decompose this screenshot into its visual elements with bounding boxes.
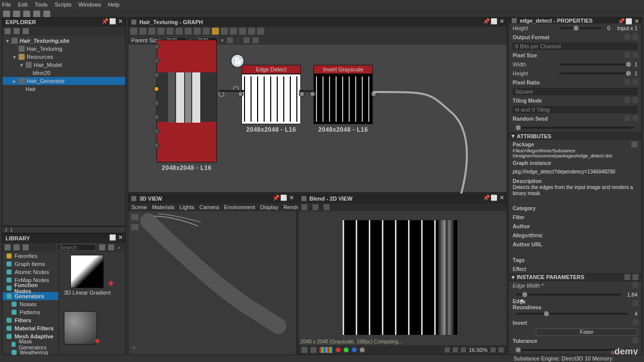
lib-cat-favorites[interactable]: Favorites <box>3 252 58 260</box>
expose-icon[interactable] <box>632 52 638 58</box>
tool-pointer-icon[interactable] <box>130 28 137 35</box>
search-input[interactable] <box>57 244 96 251</box>
tool-fit-icon[interactable] <box>176 28 183 35</box>
crosshair-icon[interactable] <box>445 347 450 352</box>
a-channel-icon[interactable] <box>360 347 365 352</box>
sparkle-icon[interactable] <box>108 244 114 250</box>
node-edge-detect[interactable]: Edge Detect 2048x2048 - L16 📄 <box>242 65 301 124</box>
tool-frame-icon[interactable] <box>185 28 192 35</box>
tool-align-icon[interactable] <box>203 28 210 35</box>
save-icon[interactable] <box>33 11 40 18</box>
copy-icon[interactable] <box>324 204 330 210</box>
tool-grid-icon[interactable] <box>194 28 201 35</box>
popout-icon[interactable]: ⬜ <box>281 195 287 201</box>
pin-icon[interactable]: 📌 <box>273 195 279 201</box>
graph-canvas[interactable]: 2048x2048 - L16 Edge Detect 2048x2048 - … <box>128 45 507 192</box>
menu-edit[interactable]: Edit <box>18 2 28 8</box>
expose-icon[interactable] <box>632 97 638 103</box>
tree-item-graph[interactable]: Hair_Texturing <box>3 45 125 53</box>
pixel-ratio-field[interactable]: Square <box>513 88 637 95</box>
save-icon[interactable] <box>5 28 11 34</box>
node-invert-grayscale[interactable]: Invert Grayscale 2048x2048 - L16 <box>313 65 373 124</box>
close-icon[interactable]: ✕ <box>288 195 294 201</box>
lib-cat-patterns[interactable]: Patterns <box>3 308 58 316</box>
edge-roundness-slider[interactable] <box>516 313 628 315</box>
lib-cat-function[interactable]: Function Nodes <box>3 284 58 292</box>
open-icon[interactable] <box>301 204 307 210</box>
library-item[interactable]: 3D Linear Gradient ◆ <box>64 255 111 296</box>
tree-item-generator[interactable]: ▸Hair_Generator <box>3 77 125 85</box>
menu-tools[interactable]: Tools <box>35 2 48 8</box>
menu-file[interactable]: File <box>2 2 11 8</box>
menu-scripts[interactable]: Scripts <box>54 2 71 8</box>
tool-camera-icon[interactable] <box>148 28 155 35</box>
output-format-field[interactable]: 8 Bits per Channel <box>513 43 637 50</box>
lib-cat-atomic[interactable]: Atomic Nodes <box>3 268 58 276</box>
expose-icon[interactable] <box>632 300 638 306</box>
folder-icon[interactable] <box>631 141 637 147</box>
tree-item-package[interactable]: ▾Hair_Texturing.sbs <box>3 37 125 45</box>
r-channel-icon[interactable] <box>336 347 341 352</box>
tile-icon[interactable] <box>310 347 316 353</box>
tool-more-icon[interactable] <box>248 28 255 35</box>
width-slider[interactable] <box>559 63 628 65</box>
tree-item-resources[interactable]: ▾Resources <box>3 53 125 61</box>
close-icon[interactable]: ✕ <box>499 18 505 24</box>
refresh-icon[interactable] <box>3 11 10 18</box>
popout-icon[interactable]: ⬜ <box>110 18 116 24</box>
node-generator[interactable]: 2048x2048 - L16 <box>156 40 217 162</box>
pin-icon[interactable]: 📌 <box>484 195 490 201</box>
popout-icon[interactable]: ⬜ <box>491 195 497 201</box>
menu-help[interactable]: Help <box>108 2 120 8</box>
undo-icon[interactable] <box>43 11 50 18</box>
popout-icon[interactable]: ⬜ <box>110 234 116 240</box>
refresh-icon[interactable] <box>14 28 20 34</box>
tab-environment[interactable]: Environment <box>224 204 255 210</box>
add-icon[interactable] <box>23 28 29 34</box>
seed-slider[interactable] <box>516 127 634 129</box>
tree-item-material[interactable]: blinn20 <box>3 69 125 77</box>
grid-icon[interactable] <box>301 347 307 353</box>
expose-icon[interactable] <box>632 282 638 288</box>
filter-icon[interactable] <box>99 244 105 250</box>
info-icon[interactable]: i <box>6 227 7 233</box>
channels-icon[interactable] <box>319 347 333 353</box>
copy-icon[interactable] <box>624 274 630 280</box>
tool-box-icon[interactable] <box>257 28 264 35</box>
expose-icon[interactable] <box>632 79 638 85</box>
tab-scene[interactable]: Scene <box>131 204 147 210</box>
tab-camera[interactable]: Camera <box>199 204 219 210</box>
open-icon[interactable] <box>23 11 30 18</box>
tool-select-icon[interactable] <box>139 28 146 35</box>
lock-icon[interactable] <box>227 37 233 43</box>
g-channel-icon[interactable] <box>344 347 349 352</box>
plus-icon[interactable] <box>453 347 458 352</box>
close-icon[interactable]: ✕ <box>499 195 505 201</box>
chevron-right-icon[interactable]: » <box>117 244 123 250</box>
expose-icon[interactable] <box>632 34 638 40</box>
home-icon[interactable] <box>13 11 20 18</box>
reset-icon[interactable] <box>624 52 630 58</box>
paste-icon[interactable] <box>632 274 638 280</box>
view2d-canvas[interactable]: 2048 x 2048 (Grayscale, 16Bpc) Computing… <box>298 211 507 345</box>
tool-python-icon[interactable] <box>212 28 219 35</box>
hierarchy-icon[interactable] <box>244 37 250 43</box>
height-slider2[interactable] <box>559 72 628 74</box>
tab-lights[interactable]: Lights <box>180 204 194 210</box>
popout-icon[interactable]: ⬜ <box>626 18 632 24</box>
library-item[interactable]: ◆ <box>64 311 97 344</box>
pin-icon[interactable]: 📌 <box>102 18 108 24</box>
flow-icon[interactable] <box>253 37 259 43</box>
save-icon[interactable] <box>312 204 318 210</box>
lib-cat-filters[interactable]: Filters <box>3 316 58 324</box>
section-attributes[interactable]: ▾ATTRIBUTES <box>509 132 641 140</box>
tab-materials[interactable]: Materials <box>152 204 175 210</box>
tiling-mode-field[interactable]: H and V Tiling <box>513 106 637 113</box>
tool-rotate-icon[interactable] <box>239 28 246 35</box>
lock-icon[interactable] <box>499 347 504 352</box>
reset-icon[interactable] <box>624 34 630 40</box>
lib-cat-maskgen[interactable]: Mask Generators <box>3 340 58 348</box>
tool-sync-icon[interactable] <box>230 28 237 35</box>
b-channel-icon[interactable] <box>352 347 357 352</box>
options-icon[interactable] <box>491 347 496 352</box>
